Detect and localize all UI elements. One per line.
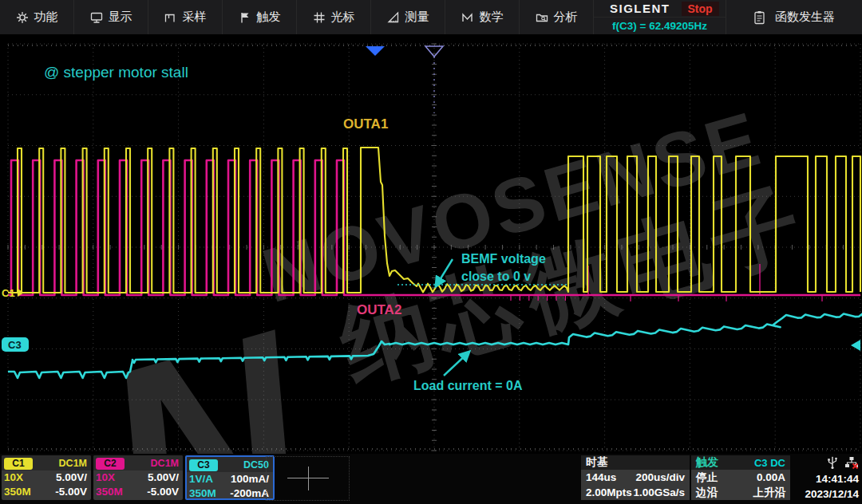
menu-utility[interactable]: 功能 <box>0 0 74 34</box>
trigger-flag-icon <box>239 11 251 24</box>
monitor-icon <box>90 11 103 24</box>
channel2-bandwidth: 350M <box>96 485 123 499</box>
channel3-descriptor-box[interactable]: C3 DC50 1V/A 100mA/ 350M -200mA <box>185 455 275 500</box>
channel1-probe: 10X <box>4 471 23 485</box>
channel1-tag: C1 <box>4 458 33 470</box>
cursor-icon <box>313 11 326 24</box>
trigger-mode: 停止 <box>696 470 718 485</box>
menu-analysis-label: 分析 <box>554 10 578 25</box>
lan-disconnected-icon <box>844 456 859 470</box>
channel3-scale: 100mA/ <box>231 472 269 486</box>
channel3-tag: C3 <box>189 459 218 471</box>
timebase-delay: 144us <box>586 470 616 485</box>
math-icon <box>461 11 474 24</box>
channel1-bandwidth: 350M <box>4 485 31 499</box>
channel2-tag: C2 <box>96 458 125 470</box>
menu-acquire[interactable]: 采样 <box>148 0 223 34</box>
oscilloscope-screen: 功能 显示 采样 触发 光标 <box>0 0 862 504</box>
menu-utility-label: 功能 <box>34 10 58 25</box>
waveform-display-area[interactable]: N NOVOSENSE 纳芯微电子 @ stepper motor stall … <box>0 34 862 454</box>
channel2-offset: -5.00V <box>147 485 179 499</box>
channel3-probe: 1V/A <box>189 472 213 486</box>
plus-icon-vertical <box>308 467 309 490</box>
menu-trigger-label: 触发 <box>257 10 281 25</box>
sampling-icon <box>164 11 177 24</box>
trigger-level-marker[interactable] <box>851 340 860 351</box>
timebase-points: 2.00Mpts <box>586 485 632 500</box>
bottom-status-bar: C1 DC1M 10X 5.00V/ 350M -5.00V C2 DC1M 1… <box>0 454 862 504</box>
trigger-slope: 上升沿 <box>753 485 786 500</box>
menu-cursors[interactable]: 光标 <box>297 0 371 34</box>
channel1-offset-marker[interactable]: C1 <box>2 287 24 299</box>
trigger-title: 触发 <box>696 455 718 470</box>
trigger-position-marker[interactable] <box>425 46 443 113</box>
trigger-source: C3 DC <box>754 457 785 469</box>
siglent-logo: SIGLENT <box>594 2 670 15</box>
timebase-title: 时基 <box>586 455 608 470</box>
channel1-offset: -5.00V <box>55 485 87 499</box>
channel2-coupling: DC1M <box>151 458 179 469</box>
menu-acquire-label: 采样 <box>183 10 207 25</box>
gear-icon <box>16 11 29 24</box>
channel3-offset-marker[interactable]: C3 <box>2 337 29 352</box>
menu-trigger[interactable]: 触发 <box>223 0 297 34</box>
system-status-box: 14:41:44 2023/12/14 <box>792 455 860 502</box>
measure-icon <box>387 11 400 24</box>
timebase-scale: 200us/div <box>635 470 685 485</box>
run-stop-state[interactable]: Stop <box>682 2 719 16</box>
add-channel-panel[interactable] <box>266 456 350 501</box>
trigger-type: 边沿 <box>696 485 718 500</box>
menu-measure-label: 测量 <box>405 10 429 25</box>
channel2-probe: 10X <box>96 471 115 485</box>
bemf-annotation-line2: close to 0 v <box>461 270 531 283</box>
trigger-level: 0.00A <box>757 470 785 485</box>
menu-display-label: 显示 <box>109 10 132 25</box>
novosense-watermark: N NOVOSENSE 纳芯微电子 <box>61 89 859 454</box>
function-generator-button[interactable]: 函数发生器 <box>726 0 862 34</box>
svg-text:C3: C3 <box>8 339 22 351</box>
usb-icon <box>827 456 838 470</box>
trigger-box[interactable]: 触发 C3 DC 停止 0.00A 边沿 上升沿 <box>691 455 790 500</box>
channel3-offset: -200mA <box>230 486 269 501</box>
menu-measure[interactable]: 测量 <box>371 0 445 34</box>
channel3-bandwidth: 350M <box>189 486 216 501</box>
timebase-samplerate: 1.00GSa/s <box>633 485 685 500</box>
bemf-annotation-line1: BEMF voltage <box>461 252 546 266</box>
svg-text:C1: C1 <box>2 287 15 299</box>
channel2-descriptor-box[interactable]: C2 DC1M 10X 5.00V/ 350M -5.00V <box>93 455 183 500</box>
channel1-scale: 5.00V/ <box>56 471 87 485</box>
analysis-icon <box>536 11 548 24</box>
menu-bar: 功能 显示 采样 触发 光标 <box>0 0 862 34</box>
load-current-annotation: Load current = 0A <box>413 379 523 392</box>
menu-display[interactable]: 显示 <box>74 0 148 34</box>
menu-analysis[interactable]: 分析 <box>520 0 594 34</box>
system-date: 2023/12/14 <box>792 486 860 502</box>
outa2-label: OUTA2 <box>357 302 401 317</box>
channel1-coupling: DC1M <box>59 458 87 469</box>
outa1-label: OUTA1 <box>343 116 388 132</box>
channel2-scale: 5.00V/ <box>148 471 179 485</box>
plot-svg: N NOVOSENSE 纳芯微电子 @ stepper motor stall … <box>0 34 862 454</box>
menu-math[interactable]: 数学 <box>445 0 520 34</box>
frequency-counter: f(C3) = 62.49205Hz <box>594 18 726 34</box>
trigger-delay-marker[interactable] <box>366 46 385 56</box>
channel1-descriptor-box[interactable]: C1 DC1M 10X 5.00V/ 350M -5.00V <box>2 455 91 500</box>
menu-cursors-label: 光标 <box>331 10 355 25</box>
funcgen-icon <box>753 10 765 25</box>
funcgen-label: 函数发生器 <box>775 10 835 25</box>
menu-math-label: 数学 <box>480 10 504 25</box>
acquisition-status-block: SIGLENT Stop f(C3) = 62.49205Hz <box>594 0 726 34</box>
timebase-box[interactable]: 时基 144us 200us/div 2.00Mpts 1.00GSa/s <box>581 455 690 500</box>
system-time: 14:41:44 <box>792 471 860 486</box>
stall-annotation: @ stepper motor stall <box>44 64 188 81</box>
